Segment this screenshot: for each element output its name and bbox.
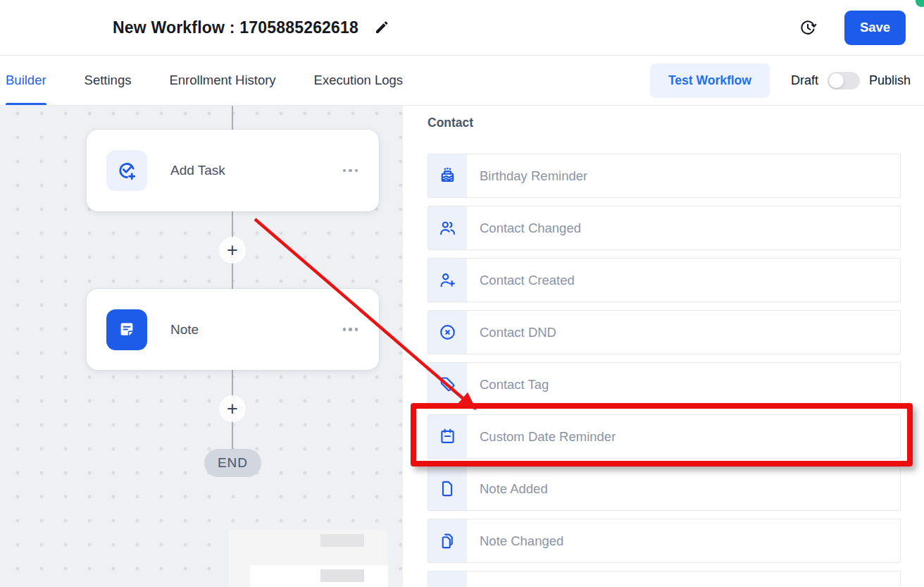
trigger-note-added[interactable]: Note Added [427,466,901,511]
icon-col [428,467,467,510]
tabs: Builder Settings Enrollment History Exec… [6,56,403,105]
icon-col [428,259,467,302]
dnd-circle-x-icon [438,323,457,342]
note-icon-tile [106,309,147,350]
trigger-note-changed[interactable]: Note Changed [427,519,901,563]
version-history-button[interactable] [798,18,818,37]
node-add-task[interactable]: Add Task [87,130,379,211]
save-button[interactable]: Save [844,11,906,45]
title-wrap: New Workflow : 1705885262618 [113,18,389,37]
trigger-label: Birthday Reminder [480,168,587,184]
header: New Workflow : 1705885262618 [0,0,924,55]
skeleton-block [320,534,364,547]
icon-col [428,571,467,587]
toggle-knob [829,73,844,88]
more-options-icon[interactable] [342,165,360,177]
end-node: END [204,449,261,477]
trigger-label: Note Added [480,481,548,497]
icon-col [428,154,467,197]
trigger-label: Contact Changed [480,221,581,236]
trigger-contact-dnd[interactable]: Contact DND [427,310,901,354]
connector-line [232,211,233,239]
icon-col [428,363,467,406]
unsaved-changes-dot [916,0,924,7]
trigger-contact-tag[interactable]: Contact Tag [427,362,901,407]
canvas-partial-card [250,565,388,587]
contacts-group-icon [438,218,457,237]
node-label: Add Task [170,163,225,178]
trigger-contact-created[interactable]: Contact Created [427,258,901,302]
panel-heading: Contact [427,115,901,130]
publish-label: Publish [869,73,911,88]
trigger-birthday-reminder[interactable]: Birthday Reminder [427,154,901,198]
connector-line [232,106,233,130]
main: Add Task + Note + [0,106,924,587]
tab-execution-logs[interactable]: Execution Logs [314,56,404,105]
document-icon [438,479,457,498]
clock-history-icon [798,18,818,37]
add-step-button[interactable]: + [219,237,246,264]
trigger-panel: Contact Bi [403,106,924,587]
header-right: Save [798,11,924,45]
trigger-label: Note Changed [480,533,563,549]
tab-bar: Builder Settings Enrollment History Exec… [0,55,924,106]
documents-copy-icon [438,531,457,550]
icon-col [428,206,467,249]
trigger-label: Contact Created [480,273,575,288]
tab-builder[interactable]: Builder [6,56,46,105]
draft-publish-control: Draft Publish [791,72,911,89]
trigger-contact-changed[interactable]: Contact Changed [427,206,901,250]
add-step-button[interactable]: + [219,395,246,422]
note-icon [116,319,137,340]
workflow-canvas[interactable]: Add Task + Note + [0,106,403,587]
icon-col [428,311,467,354]
pencil-icon [374,20,389,35]
tab-settings[interactable]: Settings [85,56,132,105]
node-note[interactable]: Note [87,289,379,370]
publish-toggle[interactable] [828,72,860,89]
trigger-custom-date-reminder[interactable]: Custom Date Reminder [427,414,901,459]
edit-title-button[interactable] [374,20,389,35]
more-options-icon[interactable] [342,323,360,335]
add-task-icon-tile [106,150,147,191]
calendar-icon [438,427,457,446]
birthday-cake-icon [438,166,457,185]
skeleton-block [320,569,364,582]
tag-icon [438,375,457,394]
tab-enrollment-history[interactable]: Enrollment History [169,56,275,105]
node-label: Note [170,322,199,338]
person-add-icon [438,271,457,290]
connector-line [232,261,233,289]
icon-col [428,519,467,562]
connector-line [232,420,233,449]
task-check-plus-icon [116,159,138,182]
trigger-label: Contact DND [480,325,556,340]
draft-label: Draft [791,73,818,88]
icon-col [428,415,467,458]
trigger-label: Contact Tag [480,377,549,393]
trigger-list: Birthday Reminder Contact [427,154,901,587]
trigger-row-partial[interactable] [427,571,901,587]
trigger-label: Custom Date Reminder [480,429,616,445]
tabbar-right: Test Workflow Draft Publish [650,63,911,98]
test-workflow-button[interactable]: Test Workflow [650,63,770,98]
workflow-title: New Workflow : 1705885262618 [113,18,358,37]
workflow-builder-page: New Workflow : 1705885262618 [0,0,924,587]
connector-line [232,370,233,397]
